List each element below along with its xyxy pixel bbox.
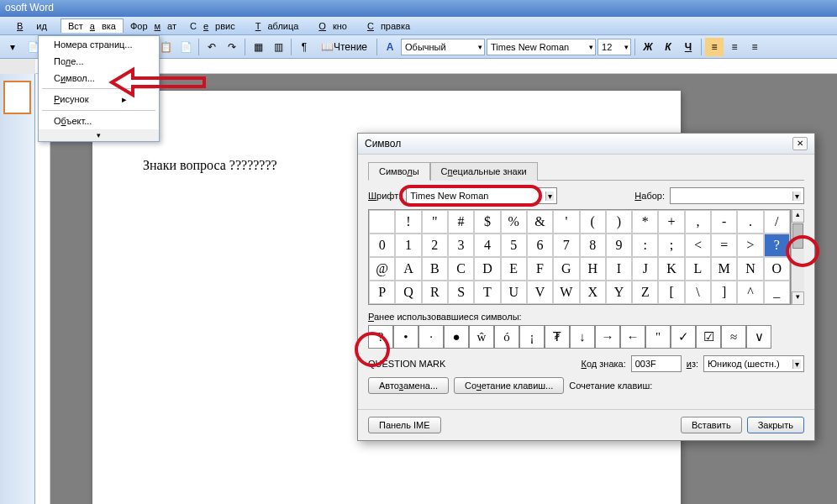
insert-button[interactable]: Вставить [681, 417, 742, 433]
symbol-cell[interactable]: B [422, 257, 448, 281]
redo-icon[interactable]: ↷ [223, 38, 241, 56]
size-select[interactable]: 12 [597, 39, 631, 55]
menu-picture[interactable]: Рисунок ▸ [39, 91, 159, 108]
symbol-cell[interactable]: ) [606, 210, 632, 234]
symbol-cell[interactable]: ^ [737, 281, 763, 304]
recent-symbol-cell[interactable]: ● [444, 325, 469, 349]
symbol-cell[interactable]: Q [395, 281, 421, 304]
symbol-cell[interactable]: * [632, 210, 658, 234]
symbol-cell[interactable]: & [527, 210, 553, 234]
symbol-cell[interactable]: [ [658, 281, 684, 304]
menu-service[interactable]: Сервис [183, 19, 242, 33]
symbol-cell[interactable]: F [527, 257, 553, 281]
tab-special[interactable]: Специальные знаки [430, 162, 538, 181]
symbol-cell[interactable]: L [685, 257, 711, 281]
close-icon[interactable]: ✕ [792, 137, 808, 150]
symbol-cell[interactable]: Z [632, 281, 658, 304]
menu-expand[interactable]: ▾ [39, 129, 159, 141]
symbol-cell[interactable]: 5 [501, 234, 527, 257]
tab-symbols[interactable]: Символы [368, 162, 430, 181]
recent-symbol-cell[interactable]: ? [368, 325, 393, 349]
recent-symbol-cell[interactable]: ŵ [469, 325, 494, 349]
recent-symbol-cell[interactable]: ☑ [696, 325, 721, 349]
recent-symbol-cell[interactable]: · [418, 325, 444, 349]
bold-button[interactable]: Ж [639, 38, 657, 56]
style-select[interactable]: Обычный [401, 39, 485, 55]
symbol-cell[interactable]: N [737, 257, 763, 281]
menu-symbol[interactable]: Символ... [39, 70, 159, 87]
symbol-cell[interactable]: 8 [580, 234, 606, 257]
set-select[interactable] [670, 187, 804, 204]
symbol-cell[interactable] [369, 210, 395, 234]
symbol-cell[interactable]: 0 [369, 234, 395, 257]
symbol-cell[interactable]: @ [369, 257, 395, 281]
recent-symbol-cell[interactable]: ¡ [519, 325, 545, 349]
page-thumbnail[interactable] [3, 81, 31, 114]
symbol-cell[interactable]: 3 [448, 234, 474, 257]
read-button[interactable]: 📖 Чтение [315, 38, 373, 56]
align-right-icon[interactable]: ≡ [745, 38, 764, 56]
symbol-cell[interactable]: , [685, 210, 711, 234]
menu-help[interactable]: Справка [354, 19, 417, 33]
scrollbar[interactable]: ▴ ▾ [791, 209, 804, 305]
paste-icon[interactable]: 📄 [176, 38, 195, 56]
symbol-cell[interactable]: U [501, 281, 527, 304]
symbol-cell[interactable]: X [580, 281, 606, 304]
symbol-cell[interactable]: 7 [553, 234, 579, 257]
symbol-cell[interactable]: $ [474, 210, 500, 234]
symbol-cell[interactable]: ] [711, 281, 737, 304]
dialog-titlebar[interactable]: Символ ✕ [358, 134, 814, 155]
symbol-cell[interactable]: E [501, 257, 527, 281]
symbol-cell[interactable]: = [711, 234, 737, 257]
table-icon[interactable]: ▦ [249, 38, 267, 56]
symbol-cell[interactable]: W [553, 281, 579, 304]
symbol-cell[interactable]: : [632, 234, 658, 257]
columns-icon[interactable]: ▥ [269, 38, 287, 56]
symbol-cell[interactable]: ( [580, 210, 606, 234]
undo-icon[interactable]: ↶ [203, 38, 221, 56]
symbol-cell[interactable]: - [711, 210, 737, 234]
recent-symbol-cell[interactable]: ✓ [671, 325, 696, 349]
symbol-cell[interactable]: D [474, 257, 500, 281]
recent-symbol-cell[interactable]: ↓ [570, 325, 595, 349]
align-left-icon[interactable]: ≡ [705, 38, 724, 56]
menu-view[interactable]: Вид [3, 19, 61, 33]
symbol-cell[interactable]: / [764, 210, 790, 234]
font-select[interactable]: Times New Roman [487, 39, 596, 55]
menu-table[interactable]: Таблица [242, 19, 306, 33]
symbol-cell[interactable]: S [448, 281, 474, 304]
symbol-cell[interactable]: . [737, 210, 763, 234]
recent-symbol-cell[interactable]: ≈ [721, 325, 746, 349]
menu-format[interactable]: Формат [124, 19, 183, 33]
symbol-cell[interactable]: 9 [606, 234, 632, 257]
symbol-cell[interactable]: A [395, 257, 421, 281]
symbol-cell[interactable]: I [606, 257, 632, 281]
symbol-cell[interactable]: + [658, 210, 684, 234]
scroll-down-icon[interactable]: ▾ [792, 291, 804, 305]
font-color-icon[interactable]: A [381, 38, 399, 56]
recent-symbol-cell[interactable]: " [645, 325, 671, 349]
symbol-cell[interactable]: G [553, 257, 579, 281]
symbol-cell[interactable]: < [685, 234, 711, 257]
symbol-cell[interactable]: ? [764, 234, 790, 257]
font-select-dialog[interactable]: Times New Roman [406, 187, 557, 204]
symbol-cell[interactable]: > [737, 234, 763, 257]
symbol-cell[interactable]: C [448, 257, 474, 281]
ime-button[interactable]: Панель IME [368, 417, 441, 433]
symbol-cell[interactable]: H [580, 257, 606, 281]
menu-field[interactable]: Поле... [39, 53, 159, 70]
recent-symbol-cell[interactable]: → [595, 325, 620, 349]
code-input[interactable] [631, 355, 682, 372]
recent-symbol-cell[interactable]: • [393, 325, 418, 349]
symbol-cell[interactable]: % [501, 210, 527, 234]
symbol-cell[interactable]: P [369, 281, 395, 304]
shortcut-button[interactable]: Сочетание клавиш... [454, 377, 564, 394]
pilcrow-icon[interactable]: ¶ [295, 38, 313, 56]
tb-icon[interactable]: ▾ [3, 38, 22, 56]
autochange-button[interactable]: Автозамена... [368, 377, 449, 394]
close-button[interactable]: Закрыть [747, 417, 804, 433]
menu-page-numbers[interactable]: Номера страниц... [39, 36, 159, 53]
recent-symbol-cell[interactable]: ← [620, 325, 645, 349]
symbol-cell[interactable]: T [474, 281, 500, 304]
symbol-cell[interactable]: K [658, 257, 684, 281]
